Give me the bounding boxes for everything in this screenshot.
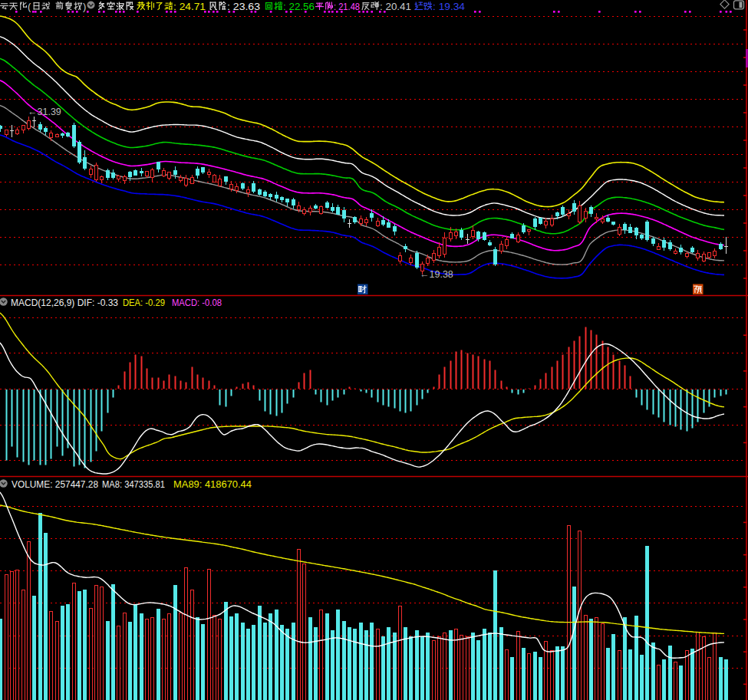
svg-text:: 20.41: : 20.41 bbox=[380, 2, 411, 12]
svg-text:←19.38: ←19.38 bbox=[420, 269, 453, 280]
svg-text:: 19.34: : 19.34 bbox=[433, 2, 465, 12]
svg-text:←31.39: ←31.39 bbox=[28, 107, 61, 117]
svg-text:: 23.63: : 23.63 bbox=[227, 2, 260, 12]
svg-text:(: ( bbox=[28, 1, 31, 12]
svg-text:MACD: -0.08: MACD: -0.08 bbox=[172, 297, 222, 308]
svg-text:MA89: 418670.44: MA89: 418670.44 bbox=[173, 479, 252, 490]
svg-text:MACD(12,26,9) DIF: -0.33: MACD(12,26,9) DIF: -0.33 bbox=[11, 297, 118, 308]
svg-text:DEA: -0.29: DEA: -0.29 bbox=[123, 297, 165, 308]
svg-text:MA8: 347335.81: MA8: 347335.81 bbox=[102, 479, 165, 490]
svg-text:: 24.71: : 24.71 bbox=[173, 2, 206, 12]
svg-text:: 22.56: : 22.56 bbox=[283, 2, 315, 12]
svg-text:VOLUME: 257447.28: VOLUME: 257447.28 bbox=[12, 479, 98, 490]
svg-text:): ) bbox=[83, 1, 86, 12]
svg-text:: 21.48: : 21.48 bbox=[334, 2, 360, 12]
